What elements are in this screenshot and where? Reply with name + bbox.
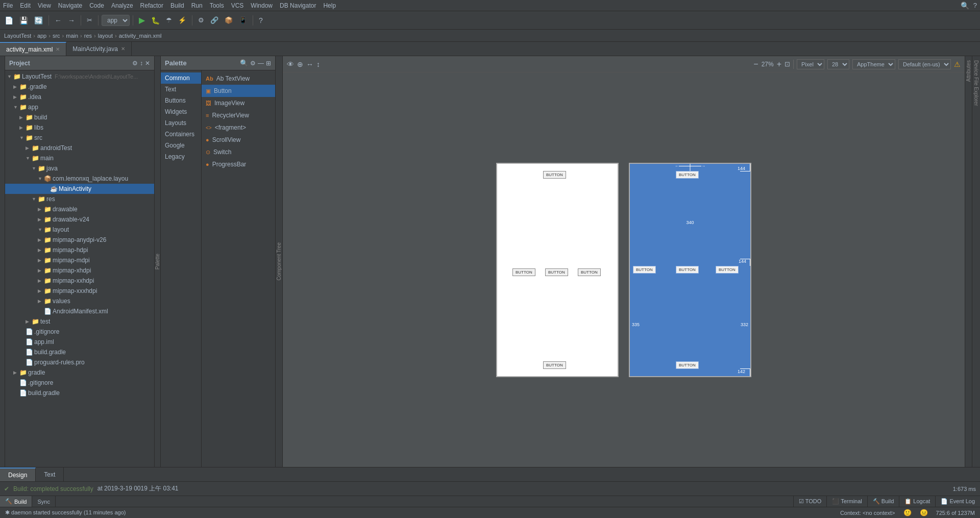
sync-button[interactable]: 🔄 [32, 15, 45, 26]
tree-item-main[interactable]: ▼ 📁 main [5, 153, 154, 163]
palette-cat-layouts[interactable]: Layouts [161, 117, 201, 129]
project-settings-btn[interactable]: ⚙ [132, 60, 138, 67]
palette-list-view-btn[interactable]: — [258, 59, 264, 67]
project-expand-btn[interactable]: ↕ [140, 60, 143, 67]
tree-item-app[interactable]: ▼ 📁 app [5, 102, 154, 112]
device-file-explorer-strip[interactable]: Device File Explorer [972, 56, 980, 467]
zoom-in-btn[interactable]: + [777, 60, 781, 69]
run-button[interactable]: ▶ [136, 14, 148, 26]
menu-analyze[interactable]: Analyze [111, 2, 133, 9]
tree-item-mipmap-xxxhdpi[interactable]: ▶ 📁 mipmap-xxxhdpi [5, 286, 154, 296]
tree-item-idea[interactable]: ▶ 📁 .idea [5, 92, 154, 102]
tree-item-values[interactable]: ▶ 📁 values [5, 296, 154, 306]
menu-build[interactable]: Build [170, 2, 184, 9]
palette-settings-btn[interactable]: ⚙ [250, 59, 256, 67]
breadcrumb-activity-main-xml[interactable]: activity_main.xml [119, 33, 162, 39]
palette-search-btn[interactable]: 🔍 [240, 59, 248, 67]
tree-item-src[interactable]: ▼ 📁 src [5, 133, 154, 143]
breadcrumb-res[interactable]: res [84, 33, 92, 39]
btn-blue-mid-center[interactable]: BUTTON [676, 266, 699, 274]
breadcrumb-src[interactable]: src [53, 33, 60, 39]
back-button[interactable]: ← [52, 15, 64, 26]
menu-view[interactable]: View [38, 2, 51, 9]
attach-debugger-button[interactable]: 🔗 [208, 15, 221, 25]
tree-item-mainactivity[interactable]: ☕ MainActivity [5, 184, 154, 194]
bottom-tab-terminal[interactable]: ⬛ Terminal [826, 496, 867, 507]
api-dropdown[interactable]: 28 [827, 59, 849, 69]
tab-main-activity-java[interactable]: MainActivity.java ✕ [66, 42, 131, 56]
canvas-eye-btn[interactable]: 👁 [287, 60, 294, 68]
bottom-tab-sync[interactable]: Sync [32, 496, 55, 507]
canvas-vert-btn[interactable]: ↕ [316, 60, 320, 68]
tree-item-proguard[interactable]: 📄 proguard-rules.pro [5, 357, 154, 367]
tree-item-gradle[interactable]: ▶ 📁 .gradle [5, 82, 154, 92]
help-toolbar-button[interactable]: ? [256, 15, 265, 26]
tab-text[interactable]: Text [36, 467, 64, 481]
search-everywhere-icon[interactable]: 🔍 [961, 2, 969, 10]
tree-item-build[interactable]: ▶ 📁 build [5, 112, 154, 122]
menu-file[interactable]: File [3, 2, 13, 9]
btn-blue-mid-left[interactable]: BUTTON [633, 266, 656, 274]
tree-item-root-build-gradle[interactable]: 📄 build.gradle [5, 388, 154, 398]
tree-item-gradle-root[interactable]: ▶ 📁 gradle [5, 367, 154, 378]
palette-cat-widgets[interactable]: Widgets [161, 106, 201, 117]
avd-manager-button[interactable]: 📱 [236, 15, 250, 25]
btn-blue-bottom[interactable]: BUTTON [676, 361, 699, 369]
attributes-strip[interactable]: Attributes [965, 56, 972, 467]
tree-item-drawable-v24[interactable]: ▶ 📁 drawable-v24 [5, 214, 154, 225]
breadcrumb-layout-test[interactable]: LayoutTest [4, 33, 31, 39]
btn-blue-mid-right[interactable]: BUTTON [716, 266, 739, 274]
palette-item-button[interactable]: ▣ Button [202, 85, 275, 97]
project-close-btn[interactable]: ✕ [145, 60, 150, 67]
project-dropdown[interactable]: app [102, 15, 130, 26]
menu-code[interactable]: Code [89, 2, 104, 9]
tree-item-mipmap-anydpi[interactable]: ▶ 📁 mipmap-anydpi-v26 [5, 235, 154, 245]
tab-activity-main[interactable]: activity_main.xml ✕ [0, 42, 66, 56]
help-icon[interactable]: ? [973, 2, 977, 9]
palette-cat-legacy[interactable]: Legacy [161, 151, 201, 162]
tree-item-res[interactable]: ▼ 📁 res [5, 194, 154, 204]
palette-cat-containers[interactable]: Containers [161, 129, 201, 140]
tree-item-mipmap-mdpi[interactable]: ▶ 📁 mipmap-mdpi [5, 255, 154, 265]
breadcrumb-layout[interactable]: layout [98, 33, 113, 39]
menu-refactor[interactable]: Refactor [140, 2, 163, 9]
profile-button[interactable]: ⚡ [176, 15, 189, 25]
tab-design[interactable]: Design [0, 467, 36, 481]
zoom-out-btn[interactable]: − [753, 60, 758, 69]
tab-main-activity-close[interactable]: ✕ [121, 46, 125, 52]
palette-cat-buttons[interactable]: Buttons [161, 95, 201, 106]
menu-vcs[interactable]: VCS [231, 2, 244, 9]
cut-button[interactable]: ✂ [84, 15, 95, 25]
btn-white-mid-center[interactable]: BUTTON [545, 268, 568, 276]
palette-view-toggle-btn[interactable]: ⊞ [266, 59, 271, 67]
forward-button[interactable]: → [65, 15, 78, 26]
palette-item-progressbar[interactable]: ● ProgressBar [202, 158, 275, 170]
btn-blue-top[interactable]: BUTTON [676, 171, 699, 179]
sdk-manager-button[interactable]: 📦 [222, 15, 235, 25]
palette-cat-common[interactable]: Common [161, 72, 201, 84]
bottom-tab-logcat[interactable]: 📋 Logcat [899, 496, 935, 507]
bottom-tab-event-log[interactable]: 📄 Event Log [935, 496, 980, 507]
zoom-reset-btn[interactable]: ⊡ [785, 60, 790, 68]
tree-item-androidmanifest[interactable]: 📄 AndroidManifest.xml [5, 306, 154, 316]
menu-help[interactable]: Help [323, 2, 336, 9]
tree-item-androidtest[interactable]: ▶ 📁 androidTest [5, 143, 154, 153]
menu-run[interactable]: Run [191, 2, 203, 9]
debug-button[interactable]: 🐛 [149, 15, 162, 26]
bottom-tab-todo[interactable]: ☑ TODO [793, 496, 826, 507]
breadcrumb-main[interactable]: main [66, 33, 78, 39]
tree-item-mipmap-xxhdpi[interactable]: ▶ 📁 mipmap-xxhdpi [5, 276, 154, 286]
tab-activity-main-close[interactable]: ✕ [56, 46, 60, 52]
bottom-tab-build[interactable]: 🔨 Build [0, 496, 32, 507]
palette-cat-text[interactable]: Text [161, 84, 201, 95]
palette-item-textview[interactable]: Ab Ab TextView [202, 72, 275, 85]
tree-item-app-iml[interactable]: 📄 app.iml [5, 337, 154, 347]
menu-db-navigator[interactable]: DB Navigator [280, 2, 316, 9]
btn-white-top[interactable]: BUTTON [543, 171, 566, 179]
new-file-button[interactable]: 📄 [2, 15, 16, 26]
tree-item-java[interactable]: ▼ 📁 java [5, 163, 154, 174]
tree-item-test[interactable]: ▶ 📁 test [5, 316, 154, 327]
palette-cat-google[interactable]: Google [161, 140, 201, 151]
btn-white-mid-left[interactable]: BUTTON [512, 268, 535, 276]
tree-item-libs[interactable]: ▶ 📁 libs [5, 122, 154, 133]
